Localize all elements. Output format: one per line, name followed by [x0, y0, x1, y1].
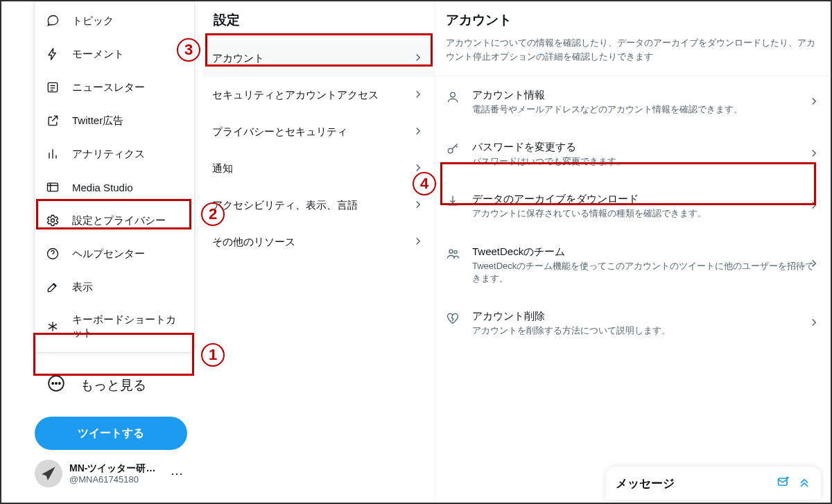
- chevron-right-icon: [808, 257, 820, 272]
- new-message-icon[interactable]: [777, 475, 790, 492]
- svg-point-8: [451, 92, 456, 97]
- chevron-right-icon: [412, 198, 424, 213]
- nav-label: 表示: [72, 281, 93, 294]
- nav-media-studio[interactable]: Media Studio: [35, 171, 194, 204]
- chevron-double-up-icon[interactable]: [797, 475, 811, 492]
- nav-shortcuts[interactable]: キーボードショートカット: [35, 304, 194, 349]
- nav-label: キーボードショートカット: [72, 313, 183, 340]
- nav-label: モーメント: [72, 48, 124, 61]
- download-icon: [446, 193, 461, 211]
- asterisk-icon: [46, 320, 60, 333]
- gear-icon: [46, 214, 60, 227]
- chevron-right-icon: [412, 125, 424, 139]
- account-info[interactable]: アカウント情報 電話番号やメールアドレスなどのアカウント情報を確認できます。: [435, 76, 830, 128]
- messages-dock[interactable]: メッセージ: [606, 467, 821, 500]
- nav-label: Media Studio: [72, 182, 133, 193]
- settings-accessibility-display-lang[interactable]: アクセシビリティ、表示、言語: [202, 187, 434, 224]
- nav-ads[interactable]: Twitter広告: [35, 104, 194, 137]
- ellipsis-icon: ⋯: [171, 466, 183, 481]
- nav-label: 設定とプライバシー: [72, 214, 166, 227]
- chevron-right-icon: [808, 95, 820, 110]
- edit-icon: [46, 280, 60, 294]
- chevron-right-icon: [808, 199, 820, 214]
- lightning-icon: [46, 47, 60, 61]
- profile-name: MN-ツイッター研究所: [69, 462, 159, 474]
- profile-handle: @MNA61745180: [69, 474, 159, 485]
- settings-notifications[interactable]: 通知: [202, 150, 434, 187]
- settings-title: 設定: [202, 1, 434, 40]
- account-title: アカウント: [435, 1, 830, 36]
- nav-moments[interactable]: モーメント: [35, 37, 194, 71]
- svg-rect-1: [48, 183, 58, 191]
- bar-chart-icon: [46, 147, 60, 161]
- svg-point-9: [448, 148, 453, 153]
- chevron-right-icon: [808, 147, 820, 162]
- svg-point-2: [51, 219, 55, 223]
- nav-settings-privacy[interactable]: 設定とプライバシー: [35, 204, 194, 237]
- chevron-right-icon: [412, 162, 424, 176]
- nav-label: ヘルプセンター: [72, 247, 145, 261]
- external-link-icon: [46, 114, 60, 128]
- nav-newsletter[interactable]: ニュースレター: [35, 71, 194, 104]
- chevron-right-icon: [808, 316, 820, 331]
- nav-topics[interactable]: トピック: [35, 4, 194, 37]
- svg-point-11: [454, 250, 457, 253]
- nav-help[interactable]: ヘルプセンター: [35, 237, 194, 270]
- account-description: アカウントについての情報を確認したり、データのアーカイブをダウンロードしたり、ア…: [435, 36, 830, 76]
- more-circle-icon: [47, 374, 65, 396]
- settings-additional-resources[interactable]: その他のリソース: [202, 224, 434, 261]
- account-switcher[interactable]: MN-ツイッター研究所 @MNA61745180 ⋯: [35, 460, 183, 487]
- heartbreak-icon: [446, 310, 461, 328]
- settings-security-access[interactable]: セキュリティとアカウントアクセス: [202, 77, 434, 114]
- settings-account[interactable]: アカウント: [202, 40, 434, 77]
- speech-icon: [46, 14, 60, 28]
- key-icon: [446, 141, 461, 159]
- person-icon: [446, 89, 461, 107]
- chevron-right-icon: [412, 88, 424, 103]
- nav-label: Twitter広告: [72, 114, 123, 128]
- team-icon: [446, 245, 461, 263]
- tweetdeck-teams[interactable]: TweetDeckのチーム TweetDeckのチーム機能を使ってこのアカウント…: [435, 233, 830, 297]
- download-archive[interactable]: データのアーカイブをダウンロード アカウントに保存されている情報の種類を確認でき…: [435, 180, 830, 232]
- tweet-button[interactable]: ツイートする: [35, 417, 187, 450]
- nav-label: トピック: [72, 15, 114, 28]
- messages-title: メッセージ: [616, 476, 770, 492]
- nav-analytics[interactable]: アナリティクス: [35, 137, 194, 171]
- more-menu-popup: トピック モーメント ニュースレター Twitter広告 アナリティクス Med…: [35, 1, 194, 352]
- svg-point-10: [449, 250, 453, 253]
- chevron-right-icon: [412, 51, 424, 66]
- svg-point-6: [55, 383, 57, 384]
- change-password[interactable]: パスワードを変更する パスワードはいつでも変更できます。: [435, 128, 830, 180]
- avatar: [35, 460, 62, 487]
- chevron-right-icon: [412, 235, 424, 250]
- newsletter-icon: [46, 80, 60, 94]
- media-icon: [46, 180, 60, 194]
- nav-label: アナリティクス: [72, 148, 145, 161]
- settings-privacy-safety[interactable]: プライバシーとセキュリティ: [202, 114, 434, 150]
- help-icon: [46, 247, 60, 261]
- nav-more-label: もっと見る: [80, 376, 146, 394]
- nav-display[interactable]: 表示: [35, 270, 194, 304]
- deactivate-account[interactable]: アカウント削除 アカウントを削除する方法について説明します。: [435, 297, 830, 349]
- nav-label: ニュースレター: [72, 81, 145, 94]
- svg-point-5: [52, 383, 53, 384]
- nav-more[interactable]: もっと見る: [35, 365, 194, 406]
- svg-point-7: [59, 383, 60, 384]
